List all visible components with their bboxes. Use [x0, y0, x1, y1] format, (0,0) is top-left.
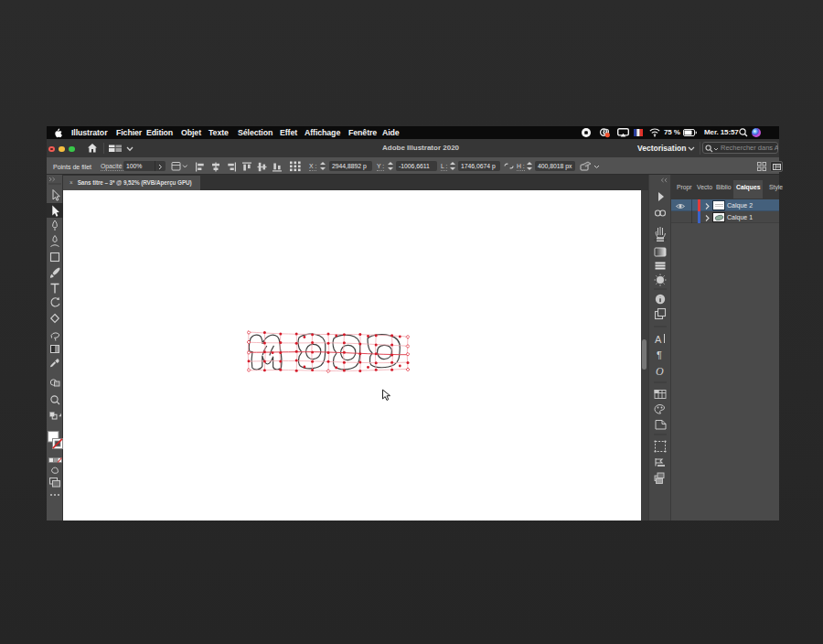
svg-text:A: A — [655, 334, 662, 345]
svg-text:¶: ¶ — [657, 349, 662, 360]
svg-text:O: O — [656, 365, 664, 378]
